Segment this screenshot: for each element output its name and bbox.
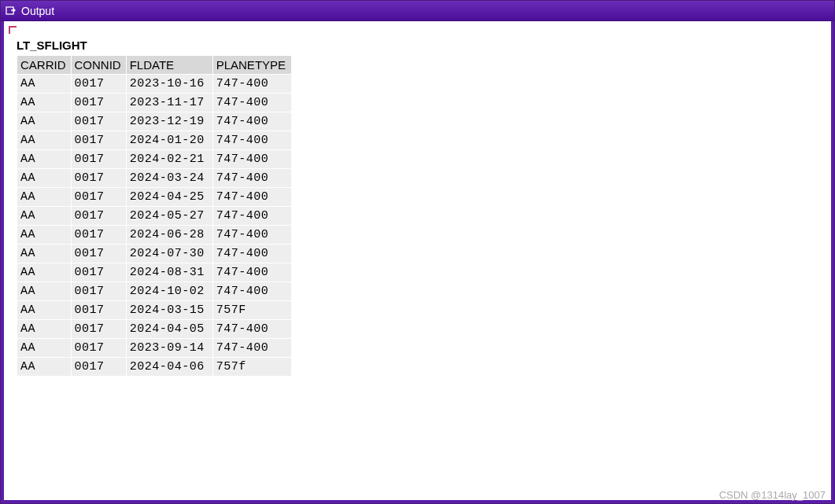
cell-carrid[interactable]: AA [17, 226, 72, 245]
cell-planetype[interactable]: 747-400 [212, 320, 291, 339]
cell-planetype[interactable]: 747-400 [212, 75, 291, 94]
cell-connid[interactable]: 0017 [71, 245, 126, 263]
table-row[interactable]: AA00172023-10-16747-400 [17, 75, 292, 94]
table-row[interactable]: AA00172024-07-30747-400 [17, 245, 292, 263]
cell-fldate[interactable]: 2024-04-25 [126, 188, 212, 207]
table-header-row: CARRID CONNID FLDATE PLANETYPE [17, 56, 292, 75]
cell-connid[interactable]: 0017 [71, 320, 126, 339]
table-row[interactable]: AA00172024-08-31747-400 [17, 263, 292, 282]
table-row[interactable]: AA00172024-06-28747-400 [17, 226, 292, 245]
table-row[interactable]: AA00172024-05-27747-400 [17, 207, 292, 226]
cell-fldate[interactable]: 2024-04-06 [126, 358, 212, 377]
cell-planetype[interactable]: 747-400 [212, 207, 291, 226]
table-row[interactable]: AA00172023-11-17747-400 [17, 94, 292, 112]
cell-carrid[interactable]: AA [17, 320, 72, 339]
table-row[interactable]: AA00172024-04-06757f [17, 358, 292, 377]
table-row[interactable]: AA00172024-02-21747-400 [17, 150, 292, 169]
cell-connid[interactable]: 0017 [71, 358, 126, 377]
cell-fldate[interactable]: 2024-04-05 [126, 320, 212, 339]
cell-connid[interactable]: 0017 [71, 282, 126, 301]
col-carrid[interactable]: CARRID [17, 56, 72, 75]
corner-decoration [9, 26, 17, 34]
cell-fldate[interactable]: 2024-06-28 [126, 226, 212, 245]
cell-fldate[interactable]: 2024-01-20 [126, 131, 212, 150]
cell-planetype[interactable]: 747-400 [212, 226, 291, 245]
content-outer: LT_SFLIGHT CARRID CONNID FLDATE PLANETYP… [1, 21, 834, 503]
table-row[interactable]: AA00172024-03-15757F [17, 301, 292, 320]
table-row[interactable]: AA00172023-09-14747-400 [17, 339, 292, 358]
cell-planetype[interactable]: 747-400 [212, 150, 291, 169]
cell-connid[interactable]: 0017 [71, 75, 126, 94]
cell-connid[interactable]: 0017 [71, 150, 126, 169]
content-box: LT_SFLIGHT CARRID CONNID FLDATE PLANETYP… [9, 26, 826, 495]
titlebar[interactable]: Output [1, 1, 834, 21]
cell-connid[interactable]: 0017 [71, 226, 126, 245]
cell-planetype[interactable]: 747-400 [212, 131, 291, 150]
cell-carrid[interactable]: AA [17, 245, 72, 263]
cell-carrid[interactable]: AA [17, 263, 72, 282]
cell-connid[interactable]: 0017 [71, 188, 126, 207]
window-title: Output [21, 5, 54, 17]
table-row[interactable]: AA00172023-12-19747-400 [17, 112, 292, 131]
output-window: Output LT_SFLIGHT CARRID CONNID FLDATE P… [0, 0, 835, 504]
cell-carrid[interactable]: AA [17, 112, 72, 131]
cell-carrid[interactable]: AA [17, 282, 72, 301]
cell-carrid[interactable]: AA [17, 301, 72, 320]
cell-connid[interactable]: 0017 [71, 112, 126, 131]
table-row[interactable]: AA00172024-04-25747-400 [17, 188, 292, 207]
cell-carrid[interactable]: AA [17, 339, 72, 358]
cell-connid[interactable]: 0017 [71, 339, 126, 358]
output-icon [6, 6, 17, 17]
data-table: CARRID CONNID FLDATE PLANETYPE AA0017202… [17, 55, 292, 377]
cell-connid[interactable]: 0017 [71, 94, 126, 112]
table-title: LT_SFLIGHT [17, 39, 818, 52]
cell-carrid[interactable]: AA [17, 188, 72, 207]
cell-connid[interactable]: 0017 [71, 263, 126, 282]
cell-carrid[interactable]: AA [17, 358, 72, 377]
cell-planetype[interactable]: 747-400 [212, 282, 291, 301]
cell-planetype[interactable]: 757f [212, 358, 291, 377]
cell-fldate[interactable]: 2024-03-24 [126, 169, 212, 188]
cell-fldate[interactable]: 2023-09-14 [126, 339, 212, 358]
col-connid[interactable]: CONNID [71, 56, 126, 75]
col-fldate[interactable]: FLDATE [126, 56, 212, 75]
cell-fldate[interactable]: 2023-11-17 [126, 94, 212, 112]
cell-carrid[interactable]: AA [17, 131, 72, 150]
table-row[interactable]: AA00172024-10-02747-400 [17, 282, 292, 301]
footer-credit: CSDN @1314lay_1007 [719, 489, 826, 501]
cell-carrid[interactable]: AA [17, 150, 72, 169]
cell-fldate[interactable]: 2024-05-27 [126, 207, 212, 226]
cell-planetype[interactable]: 747-400 [212, 188, 291, 207]
cell-connid[interactable]: 0017 [71, 131, 126, 150]
cell-carrid[interactable]: AA [17, 207, 72, 226]
cell-planetype[interactable]: 757F [212, 301, 291, 320]
cell-fldate[interactable]: 2024-07-30 [126, 245, 212, 263]
cell-fldate[interactable]: 2023-12-19 [126, 112, 212, 131]
cell-carrid[interactable]: AA [17, 75, 72, 94]
cell-connid[interactable]: 0017 [71, 169, 126, 188]
cell-fldate[interactable]: 2024-08-31 [126, 263, 212, 282]
cell-planetype[interactable]: 747-400 [212, 94, 291, 112]
cell-planetype[interactable]: 747-400 [212, 245, 291, 263]
cell-planetype[interactable]: 747-400 [212, 339, 291, 358]
cell-connid[interactable]: 0017 [71, 301, 126, 320]
cell-fldate[interactable]: 2024-02-21 [126, 150, 212, 169]
table-row[interactable]: AA00172024-03-24747-400 [17, 169, 292, 188]
cell-carrid[interactable]: AA [17, 169, 72, 188]
cell-connid[interactable]: 0017 [71, 207, 126, 226]
cell-planetype[interactable]: 747-400 [212, 263, 291, 282]
cell-fldate[interactable]: 2024-10-02 [126, 282, 212, 301]
table-row[interactable]: AA00172024-04-05747-400 [17, 320, 292, 339]
cell-fldate[interactable]: 2024-03-15 [126, 301, 212, 320]
table-row[interactable]: AA00172024-01-20747-400 [17, 131, 292, 150]
cell-planetype[interactable]: 747-400 [212, 169, 291, 188]
cell-fldate[interactable]: 2023-10-16 [126, 75, 212, 94]
cell-planetype[interactable]: 747-400 [212, 112, 291, 131]
cell-carrid[interactable]: AA [17, 94, 72, 112]
col-planetype[interactable]: PLANETYPE [212, 56, 291, 75]
